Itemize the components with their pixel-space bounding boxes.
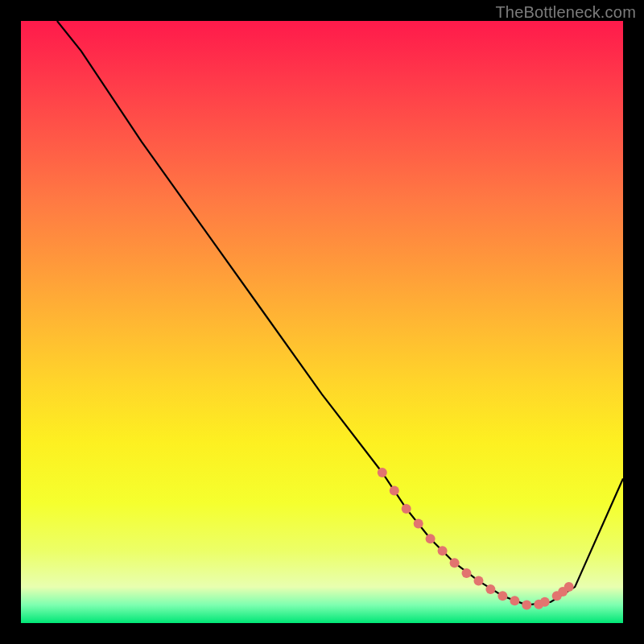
highlight-dot xyxy=(497,591,507,601)
highlight-dot xyxy=(390,485,399,495)
bottleneck-curve xyxy=(57,21,623,605)
highlight-dot xyxy=(414,519,423,529)
highlight-dot xyxy=(426,534,436,543)
chart-stage: TheBottleneck.com xyxy=(0,0,644,644)
curve-layer xyxy=(21,21,623,623)
plot-area xyxy=(21,21,623,623)
highlight-dot xyxy=(450,558,460,568)
highlight-dot xyxy=(485,584,495,594)
highlight-dot xyxy=(474,576,484,586)
highlight-dot xyxy=(510,596,519,605)
highlight-dot xyxy=(378,468,387,477)
highlight-dot xyxy=(402,504,411,514)
highlight-dots xyxy=(378,468,574,610)
highlight-dot xyxy=(462,568,472,578)
highlight-dot xyxy=(564,582,574,592)
highlight-dot xyxy=(522,601,531,610)
highlight-dot xyxy=(438,546,448,555)
watermark-text: TheBottleneck.com xyxy=(495,3,636,22)
highlight-dot xyxy=(540,597,550,607)
